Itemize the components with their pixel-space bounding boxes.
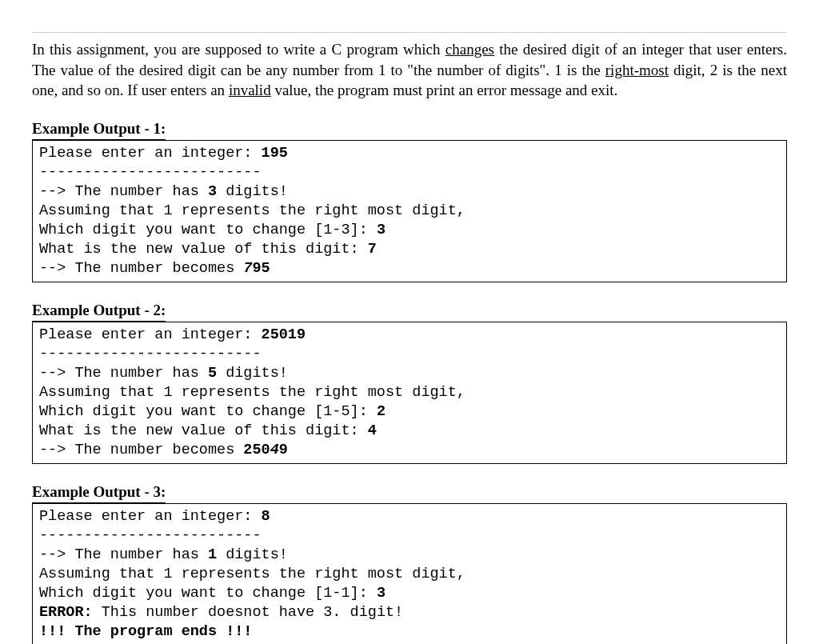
output-segment: digits! xyxy=(217,183,288,200)
output-segment: 25019 xyxy=(262,326,306,343)
intro-text-1: In this assignment, you are supposed to … xyxy=(32,41,445,58)
example-3-title: Example Output - 3: xyxy=(32,482,166,503)
output-line: Which digit you want to change [1-5]: 2 xyxy=(39,402,780,422)
intro-changes: changes xyxy=(445,41,494,58)
output-segment: Which digit you want to change [1-5]: xyxy=(39,403,377,420)
output-segment: ERROR: xyxy=(39,604,93,621)
output-segment: This number doesnot have 3. digit! xyxy=(93,604,404,621)
output-segment: 2 xyxy=(377,403,386,420)
output-segment: digits! xyxy=(217,546,288,563)
output-line: Assuming that 1 represents the right mos… xyxy=(39,383,780,402)
output-line: Please enter an integer: 25019 xyxy=(39,326,780,345)
output-segment: !!! The program ends !!! xyxy=(39,623,252,640)
output-segment: 250 xyxy=(243,442,270,458)
output-line: ------------------------- xyxy=(39,345,780,364)
output-segment: 95 xyxy=(252,260,270,277)
output-segment: --> The number has xyxy=(39,365,208,382)
output-segment: 3 xyxy=(377,585,386,602)
output-line: ERROR: This number doesnot have 3. digit… xyxy=(39,603,780,622)
output-line: --> The number becomes 25049 xyxy=(39,441,780,460)
example-3-output: Please enter an integer: 8--------------… xyxy=(32,503,787,645)
output-line: --> The number has 3 digits! xyxy=(39,182,780,202)
output-line: Assuming that 1 represents the right mos… xyxy=(39,202,780,221)
output-segment: What is the new value of this digit: xyxy=(39,422,368,439)
output-segment: --> The number becomes xyxy=(39,260,243,277)
example-3: Example Output - 3: Please enter an inte… xyxy=(32,482,787,644)
output-segment: ------------------------- xyxy=(39,527,262,544)
output-line: ------------------------- xyxy=(39,163,780,182)
output-line: Please enter an integer: 195 xyxy=(39,144,780,163)
example-1-title: Example Output - 1: xyxy=(32,118,166,140)
intro-invalid: invalid xyxy=(229,82,271,98)
output-segment: 195 xyxy=(262,145,288,162)
output-segment: ------------------------- xyxy=(39,346,262,362)
example-1: Example Output - 1: Please enter an inte… xyxy=(32,118,787,282)
output-line: What is the new value of this digit: 4 xyxy=(39,422,780,441)
output-segment: 4 xyxy=(368,422,377,439)
output-segment: --> The number has xyxy=(39,546,208,563)
output-line: --> The number has 1 digits! xyxy=(39,546,780,565)
example-2: Example Output - 2: Please enter an inte… xyxy=(32,300,787,464)
output-segment: Please enter an integer: xyxy=(39,508,262,525)
output-segment: Assuming that 1 represents the right mos… xyxy=(39,566,465,582)
output-segment: Which digit you want to change [1-3]: xyxy=(39,222,377,238)
output-segment: ------------------------- xyxy=(39,164,262,181)
output-segment: 8 xyxy=(262,508,270,525)
output-segment: Assuming that 1 represents the right mos… xyxy=(39,384,465,401)
output-line: !!! The program ends !!! xyxy=(39,622,780,642)
output-segment: Which digit you want to change [1-1]: xyxy=(39,585,377,602)
output-line: --> The number becomes 795 xyxy=(39,259,780,278)
example-2-title: Example Output - 2: xyxy=(32,300,166,322)
output-line: ------------------------- xyxy=(39,526,780,546)
output-segment: Please enter an integer: xyxy=(39,145,262,162)
example-2-output: Please enter an integer: 25019----------… xyxy=(32,322,787,464)
output-segment: --> The number has xyxy=(39,183,208,200)
example-1-output: Please enter an integer: 195------------… xyxy=(32,140,787,282)
output-segment: Please enter an integer: xyxy=(39,326,262,343)
output-line: Which digit you want to change [1-3]: 3 xyxy=(39,221,780,240)
output-segment: 9 xyxy=(279,442,288,458)
output-line: Please enter an integer: 8 xyxy=(39,507,780,526)
top-divider xyxy=(32,32,787,33)
output-segment: 3 xyxy=(208,183,217,200)
output-segment: 1 xyxy=(208,546,217,563)
intro-rightmost: right-most xyxy=(605,62,669,78)
output-segment: 7 xyxy=(368,241,377,258)
output-line: --> The number has 5 digits! xyxy=(39,364,780,383)
output-segment: 5 xyxy=(208,365,217,382)
output-line: Which digit you want to change [1-1]: 3 xyxy=(39,584,780,603)
output-segment: 7 xyxy=(243,260,252,277)
output-segment: Assuming that 1 represents the right mos… xyxy=(39,202,465,219)
output-segment: 4 xyxy=(270,442,279,458)
output-segment: What is the new value of this digit: xyxy=(39,241,368,258)
output-line: Assuming that 1 represents the right mos… xyxy=(39,565,780,584)
output-line: What is the new value of this digit: 7 xyxy=(39,240,780,259)
output-segment: digits! xyxy=(217,365,288,382)
intro-text-4: value, the program must print an error m… xyxy=(271,82,618,98)
output-segment: 3 xyxy=(377,222,386,238)
intro-paragraph: In this assignment, you are supposed to … xyxy=(32,39,787,101)
output-segment: --> The number becomes xyxy=(39,442,243,458)
